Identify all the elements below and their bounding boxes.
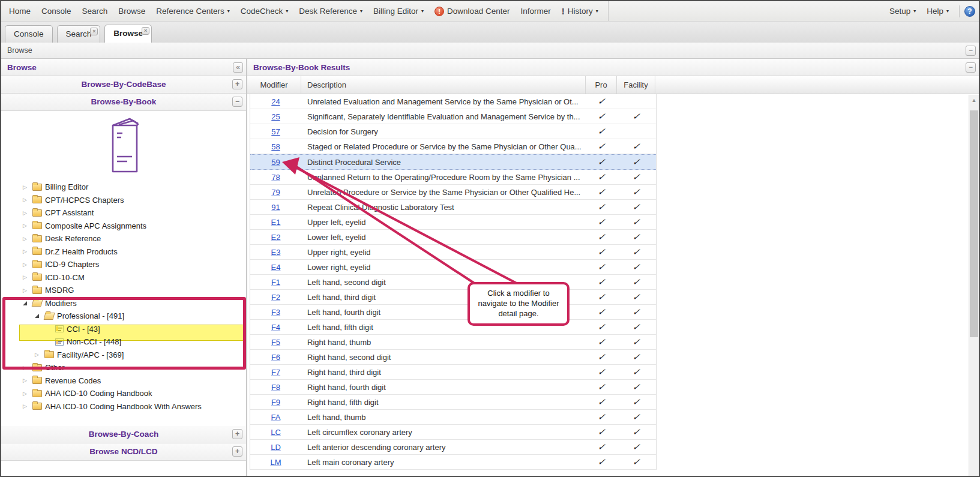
modifier-link[interactable]: F5	[271, 338, 280, 347]
modifier-link[interactable]: F3	[271, 308, 280, 317]
modifier-link[interactable]: F8	[271, 383, 280, 392]
expand-section-button[interactable]: +	[232, 79, 242, 89]
table-row[interactable]: 79 Unrelated Procedure or Service by the…	[250, 185, 656, 200]
modifier-link[interactable]: E2	[271, 233, 281, 242]
modifier-link[interactable]: E4	[271, 263, 281, 272]
modifier-link[interactable]: F2	[271, 293, 280, 302]
tree-node-label[interactable]: AHA ICD-10 Coding Handbook	[45, 389, 152, 398]
table-row[interactable]: E4 Lower right, eyelid ✓ ✓	[250, 260, 656, 275]
menu-item[interactable]: ! Home ▾	[4, 1, 36, 21]
table-row[interactable]: 59 Distinct Procedural Service ✓ ✓	[250, 154, 656, 170]
tree-node-label[interactable]: CPT Assistant	[45, 208, 94, 217]
expand-arrow-icon[interactable]	[23, 248, 32, 254]
table-row[interactable]: 25 Significant, Separately Identifiable …	[250, 109, 656, 124]
table-row[interactable]: 57 Decision for Surgery ✓ ✓	[250, 124, 656, 139]
column-header-pro[interactable]: Pro	[586, 76, 617, 94]
menu-item[interactable]: ! Browse ▾	[113, 1, 151, 21]
expand-arrow-icon[interactable]	[23, 210, 32, 216]
expand-section-button[interactable]: +	[232, 429, 242, 439]
table-row[interactable]: 24 Unrelated Evaluation and Management S…	[250, 94, 656, 109]
help-circle-icon[interactable]: ?	[964, 6, 975, 17]
modifier-link[interactable]: LC	[271, 428, 281, 437]
modifier-link[interactable]: 78	[271, 173, 280, 182]
table-row[interactable]: F9 Right hand, fifth digit ✓ ✓	[250, 395, 656, 410]
modifier-link[interactable]: 91	[271, 203, 280, 212]
tree-node[interactable]: CPT/HCPCS Chapters	[1, 194, 246, 207]
modifier-link[interactable]: F7	[271, 368, 280, 377]
tree-node[interactable]: CPT Assistant	[1, 206, 246, 220]
tree-node-label[interactable]: Revenue Codes	[45, 376, 101, 385]
modifier-link[interactable]: F6	[271, 353, 280, 362]
menu-item[interactable]: ! Reference Centers ▾	[151, 1, 235, 21]
modifier-link[interactable]: 58	[271, 142, 280, 151]
column-header-facility[interactable]: Facility	[617, 76, 655, 94]
tree-node[interactable]: AHA ICD-10 Coding Handbook With Answers	[1, 400, 246, 413]
section-browse-by-book[interactable]: Browse-By-Book −	[1, 94, 246, 111]
expand-arrow-icon[interactable]	[23, 391, 32, 397]
table-row[interactable]: F8 Right hand, fourth digit ✓ ✓	[250, 380, 656, 395]
tree-node[interactable]: Dr.Z Health Products	[1, 245, 246, 259]
menu-item[interactable]: ! Search ▾	[77, 1, 113, 21]
modifier-link[interactable]: F9	[271, 398, 280, 407]
table-row[interactable]: LM Left main coronary artery ✓ ✓	[250, 455, 656, 470]
tree-node-label[interactable]: Billing Editor	[45, 182, 88, 191]
table-row[interactable]: F4 Left hand, fifth digit ✓ ✓	[250, 320, 656, 335]
expand-arrow-icon[interactable]	[23, 197, 32, 203]
modifier-link[interactable]: 57	[271, 127, 280, 136]
expand-section-button[interactable]: +	[232, 446, 242, 457]
expand-arrow-icon[interactable]	[23, 262, 32, 268]
table-row[interactable]: 91 Repeat Clinical Diagnostic Laboratory…	[250, 200, 656, 215]
modifier-link[interactable]: FA	[271, 413, 281, 422]
expand-arrow-icon[interactable]	[23, 287, 32, 293]
tree-node-label[interactable]: MSDRG	[45, 286, 74, 295]
expand-arrow-icon[interactable]	[23, 236, 32, 242]
modifier-link[interactable]: 25	[271, 112, 280, 121]
expand-arrow-icon[interactable]	[23, 377, 32, 383]
tree-node[interactable]: Revenue Codes	[1, 374, 246, 388]
modifier-link[interactable]: E1	[271, 218, 281, 227]
modifier-link[interactable]: LM	[270, 458, 281, 467]
modifier-link[interactable]: E3	[271, 248, 281, 257]
tree-node-label[interactable]: ICD-10-CM	[45, 273, 85, 282]
table-row[interactable]: F1 Left hand, second digit ✓ ✓	[250, 275, 656, 290]
table-row[interactable]: F5 Right hand, thumb ✓ ✓	[250, 335, 656, 350]
tree-node-label[interactable]: CPT/HCPCS Chapters	[45, 196, 124, 205]
vertical-scrollbar[interactable]: ▲	[969, 95, 979, 476]
section-browse-by-coach[interactable]: Browse-By-Coach +	[1, 426, 246, 443]
tree-node-label[interactable]: Desk Reference	[45, 234, 101, 243]
section-browse-by-codebase[interactable]: Browse-By-CodeBase +	[1, 76, 246, 94]
table-row[interactable]: E1 Upper left, eyelid ✓ ✓	[250, 215, 656, 230]
tree-node[interactable]: ICD-9 Chapters	[1, 258, 246, 271]
tree-node[interactable]: ICD-10-CM	[1, 271, 246, 284]
scroll-up-icon[interactable]: ▲	[969, 95, 979, 105]
table-row[interactable]: 58 Staged or Related Procedure or Servic…	[250, 139, 656, 154]
menu-item[interactable]: ! Billing Editor ▾	[368, 1, 429, 21]
tree-node-label[interactable]: Composite APC Assignments	[45, 221, 146, 230]
modifier-link[interactable]: F1	[271, 278, 280, 287]
modifier-link[interactable]: LD	[271, 443, 281, 452]
tab-close-icon[interactable]: ×	[90, 28, 98, 35]
tree-node[interactable]: AHA ICD-10 Coding Handbook	[1, 387, 246, 400]
menu-item[interactable]: ! CodeCheck ▾	[235, 1, 294, 21]
expand-arrow-icon[interactable]	[23, 223, 32, 229]
table-row[interactable]: F6 Right hand, second digit ✓ ✓	[250, 350, 656, 365]
menu-item[interactable]: ! Console ▾	[36, 1, 77, 21]
table-row[interactable]: F7 Right hand, third digit ✓ ✓	[250, 365, 656, 380]
table-row[interactable]: F2 Left hand, third digit ✓ ✓	[250, 290, 656, 305]
tree-node[interactable]: Composite APC Assignments	[1, 220, 246, 233]
modifier-link[interactable]: 79	[271, 188, 280, 197]
collapse-bar-button[interactable]: −	[966, 46, 976, 56]
expand-arrow-icon[interactable]	[23, 403, 32, 409]
menu-item[interactable]: Help ▾	[921, 7, 954, 16]
table-row[interactable]: E3 Upper right, eyelid ✓ ✓	[250, 245, 656, 260]
tree-node[interactable]: Billing Editor	[1, 181, 246, 194]
tab-close-icon[interactable]: ×	[142, 27, 149, 35]
menu-item[interactable]: Setup ▾	[884, 7, 921, 16]
menu-item[interactable]: ! Download Center ▾	[429, 1, 515, 21]
table-row[interactable]: LD Left anterior descending coronary art…	[250, 440, 656, 455]
modifier-link[interactable]: F4	[271, 323, 280, 332]
menu-item[interactable]: ! History ▾	[556, 1, 609, 21]
expand-arrow-icon[interactable]	[23, 184, 32, 190]
modifier-link[interactable]: 24	[271, 97, 280, 106]
menu-item[interactable]: ! Informer ▾	[515, 1, 556, 21]
